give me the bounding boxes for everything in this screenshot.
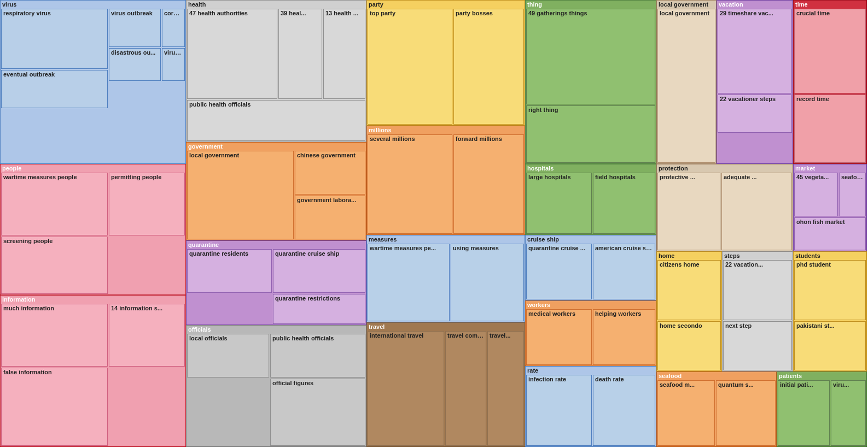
rate-label: rate <box>526 367 656 374</box>
measures-label: measures <box>367 235 525 243</box>
49-gatherings-label: 49 gatherings things <box>527 9 655 17</box>
quantum-s: quantum s... <box>716 380 776 446</box>
29-timeshare-label: 29 timeshare vac... <box>718 9 791 17</box>
14-information-label: 14 information s... <box>109 304 184 312</box>
forward-millions: forward millions <box>453 134 524 234</box>
local-government-sub-label: local government <box>658 9 715 17</box>
using-measures: using measures <box>451 244 524 321</box>
several-millions: several millions <box>368 134 452 234</box>
quantum-s-label: quantum s... <box>716 381 775 388</box>
information-label: information <box>1 296 185 303</box>
quarantine-cruise-ship: quarantine cruise ship <box>273 249 365 293</box>
market-label: market <box>794 164 866 172</box>
steps-label: steps <box>723 252 793 260</box>
screening-people: screening people <box>1 237 108 294</box>
field-hospitals: field hospitals <box>593 173 655 234</box>
virus-label: virus <box>1 1 185 8</box>
chinese-government: chinese government <box>295 151 365 194</box>
seafood-m-label: seafood m... <box>658 381 714 388</box>
quarantine-label: quarantine <box>187 241 366 249</box>
viru-patients: viru... <box>831 380 866 446</box>
public-health-officials2: public health officials <box>270 334 365 378</box>
citizens-home: citizens home <box>657 260 721 320</box>
22-vacationer: 22 vacationer steps <box>718 95 792 133</box>
22-vacation-step-label: 22 vacation... <box>724 261 791 268</box>
home-secondo-label: home secondo <box>658 322 720 329</box>
several-millions-label: several millions <box>368 135 452 143</box>
49-gatherings: 49 gatherings things <box>526 9 655 104</box>
party-label: party <box>367 1 525 8</box>
citizens-home-label: citizens home <box>658 261 720 268</box>
respiratory-virus-label: respiratory virus <box>2 9 107 17</box>
local-government-label: local government <box>657 1 716 8</box>
local-government-sub: local government <box>657 9 715 163</box>
local-government-gov: local government <box>187 151 294 239</box>
initial-pati: initial pati... <box>778 380 830 446</box>
forward-millions-label: forward millions <box>454 135 523 143</box>
seafood-label: seafood <box>657 372 776 380</box>
disastrous-ou-label: disastrous ou... <box>109 49 160 56</box>
treemap: virusrespiratory virusvirus outbreakcoro… <box>0 0 868 448</box>
eventual-outbreak-label: eventual outbreak <box>2 70 107 78</box>
quarantine-residents: quarantine residents <box>187 249 272 293</box>
screening-people-label: screening people <box>2 237 107 245</box>
local-officials: local officials <box>187 334 269 378</box>
travel-comp-label: travel comp... <box>446 332 486 339</box>
much-information-label: much information <box>2 304 107 312</box>
adequate-label: adequate ... <box>722 173 791 181</box>
top-party: top party <box>368 9 452 125</box>
much-information: much information <box>1 304 108 367</box>
students-label: students <box>794 252 866 260</box>
ohon-fish: ohon fish market <box>794 217 866 250</box>
permitting-people-label: permitting people <box>109 173 184 181</box>
travel-sub: travel... <box>487 331 524 446</box>
field-hospitals-label: field hospitals <box>593 173 655 181</box>
public-health-officials: public health officials <box>187 100 365 141</box>
top-party-label: top party <box>368 9 452 17</box>
american-cruise-ship-label: american cruise ship <box>593 244 655 252</box>
large-hospitals: large hospitals <box>526 173 592 234</box>
22-vacationer-label: 22 vacationer steps <box>718 95 791 103</box>
45-vegeta: 45 vegeta... <box>794 173 838 216</box>
party-bosses-label: party bosses <box>454 9 523 17</box>
pakistani-st: pakistani st... <box>794 321 866 370</box>
public-health-officials-label: public health officials <box>188 101 365 108</box>
government-label: government <box>187 143 366 150</box>
initial-pati-label: initial pati... <box>778 381 829 388</box>
22-vacation-step: 22 vacation... <box>723 260 792 320</box>
workers-label: workers <box>526 301 656 309</box>
14-information: 14 information s... <box>109 304 185 367</box>
45-vegeta-label: 45 vegeta... <box>795 173 837 181</box>
39-heal: 39 heal... <box>278 9 322 99</box>
hospitals-label: hospitals <box>526 164 656 172</box>
officials-label: officials <box>187 326 366 333</box>
time-label: time <box>794 1 866 8</box>
47-health-label: 47 health authorities <box>188 9 277 17</box>
chinese-government-label: chinese government <box>295 151 365 159</box>
death-rate-label: death rate <box>593 375 655 383</box>
home-secondo: home secondo <box>657 321 721 370</box>
39-heal-label: 39 heal... <box>279 9 322 17</box>
47-health: 47 health authorities <box>187 9 277 99</box>
seafood-market: seafood... <box>839 173 866 216</box>
phd-student: phd student <box>794 260 866 320</box>
thing-label: thing <box>526 1 656 8</box>
american-cruise-ship: american cruise ship <box>593 244 655 299</box>
medical-workers-label: medical workers <box>527 310 591 317</box>
eventual-outbreak: eventual outbreak <box>1 70 108 108</box>
false-information-label: false information <box>2 368 107 376</box>
viruse-label: viruse... <box>162 49 184 56</box>
virus-outbreak: virus outbreak <box>109 9 161 47</box>
travel-label: travel <box>367 323 525 331</box>
viruse: viruse... <box>162 48 185 81</box>
vacation-label: vacation <box>717 1 793 8</box>
international-travel: international travel <box>368 331 444 446</box>
quarantine-residents-label: quarantine residents <box>188 250 271 257</box>
using-measures-label: using measures <box>451 244 523 252</box>
crucial-time: crucial time <box>794 9 866 93</box>
cruise-ship-label: cruise ship <box>526 235 656 243</box>
protective-label: protective ... <box>658 173 720 181</box>
health-label: health <box>187 1 366 8</box>
13-health: 13 health ... <box>323 9 365 99</box>
record-time-label: record time <box>795 95 865 103</box>
